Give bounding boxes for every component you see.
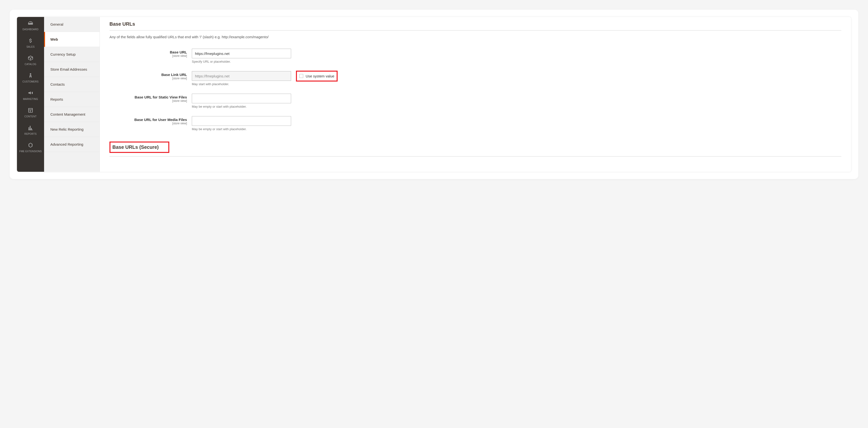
subnav-item-general[interactable]: General xyxy=(44,17,99,32)
field-row-media-files-url: Base URL for User Media Files [store vie… xyxy=(110,116,841,131)
subnav-item-advanced-reporting[interactable]: Advanced Reporting xyxy=(44,137,99,152)
subnav-item-contacts[interactable]: Contacts xyxy=(44,77,99,92)
field-scope: [store view] xyxy=(110,77,187,80)
field-label: Base Link URL xyxy=(110,73,187,77)
gauge-icon xyxy=(27,20,34,27)
nav-item-content[interactable]: CONTENT xyxy=(17,104,44,122)
nav-item-customers[interactable]: CUSTOMERS xyxy=(17,69,44,87)
admin-panel: DASHBOARD SALES CATALOG CUSTOMERS xyxy=(17,17,851,172)
field-label: Base URL for Static View Files xyxy=(110,95,187,99)
use-system-value-checkbox[interactable] xyxy=(299,74,303,78)
subnav-item-currency-setup[interactable]: Currency Setup xyxy=(44,47,99,62)
nav-item-marketing[interactable]: MARKETING xyxy=(17,87,44,104)
field-scope: [store view] xyxy=(110,122,187,125)
hex-icon xyxy=(27,142,34,149)
main-nav: DASHBOARD SALES CATALOG CUSTOMERS xyxy=(17,17,44,172)
section-description: Any of the fields allow fully qualified … xyxy=(110,35,841,39)
nav-item-fme-extensions[interactable]: FME EXTENSIONS xyxy=(17,139,44,156)
box-icon xyxy=(27,55,34,61)
field-note: Specify URL or placeholder. xyxy=(192,60,291,63)
section-title-base-urls-secure-row: Base URLs (Secure) xyxy=(110,139,841,157)
section-title-base-urls: Base URLs xyxy=(110,21,841,31)
nav-label: SALES xyxy=(26,45,35,48)
field-scope: [store view] xyxy=(110,99,187,103)
nav-label: REPORTS xyxy=(25,133,37,135)
field-row-base-url: Base URL [store view] Specify URL or pla… xyxy=(110,48,841,63)
bars-icon xyxy=(27,124,34,131)
config-subnav: General Web Currency Setup Store Email A… xyxy=(44,17,100,172)
dollar-icon xyxy=(27,37,34,44)
nav-item-reports[interactable]: REPORTS xyxy=(17,122,44,139)
subnav-item-reports[interactable]: Reports xyxy=(44,92,99,107)
subnav-item-new-relic[interactable]: New Relic Reporting xyxy=(44,122,99,137)
main-content: Base URLs Any of the fields allow fully … xyxy=(100,17,851,172)
highlight-use-system-value: Use system value xyxy=(296,71,338,81)
field-row-base-link-url: Base Link URL [store view] May start wit… xyxy=(110,71,841,86)
field-label: Base URL for User Media Files xyxy=(110,118,187,122)
highlight-base-urls-secure: Base URLs (Secure) xyxy=(110,141,169,153)
static-files-url-input[interactable] xyxy=(192,94,291,103)
subnav-item-web[interactable]: Web xyxy=(44,32,99,47)
nav-label: CUSTOMERS xyxy=(23,80,38,83)
base-url-input[interactable] xyxy=(192,48,291,58)
megaphone-icon xyxy=(27,90,34,96)
layout-icon xyxy=(27,107,34,114)
field-note: May be empty or start with placeholder. xyxy=(192,127,291,131)
field-scope: [store view] xyxy=(110,54,187,58)
nav-item-catalog[interactable]: CATALOG xyxy=(17,52,44,69)
nav-item-sales[interactable]: SALES xyxy=(17,34,44,52)
nav-label: CONTENT xyxy=(25,115,37,118)
subnav-item-content-management[interactable]: Content Management xyxy=(44,107,99,122)
field-note: May be empty or start with placeholder. xyxy=(192,105,291,108)
nav-item-dashboard[interactable]: DASHBOARD xyxy=(17,17,44,34)
nav-label: FME EXTENSIONS xyxy=(20,150,42,153)
field-row-static-files-url: Base URL for Static View Files [store vi… xyxy=(110,94,841,108)
field-note: May start with placeholder. xyxy=(192,82,291,86)
nav-label: CATALOG xyxy=(25,63,36,66)
base-link-url-input[interactable] xyxy=(192,71,291,81)
nav-label: MARKETING xyxy=(23,98,38,101)
nav-label: DASHBOARD xyxy=(23,28,38,31)
field-label: Base URL xyxy=(110,50,187,54)
section-title-base-urls-secure: Base URLs (Secure) xyxy=(113,144,159,150)
person-icon xyxy=(27,72,34,79)
use-system-value-label: Use system value xyxy=(306,74,334,78)
subnav-item-store-email[interactable]: Store Email Addresses xyxy=(44,62,99,77)
media-files-url-input[interactable] xyxy=(192,116,291,126)
